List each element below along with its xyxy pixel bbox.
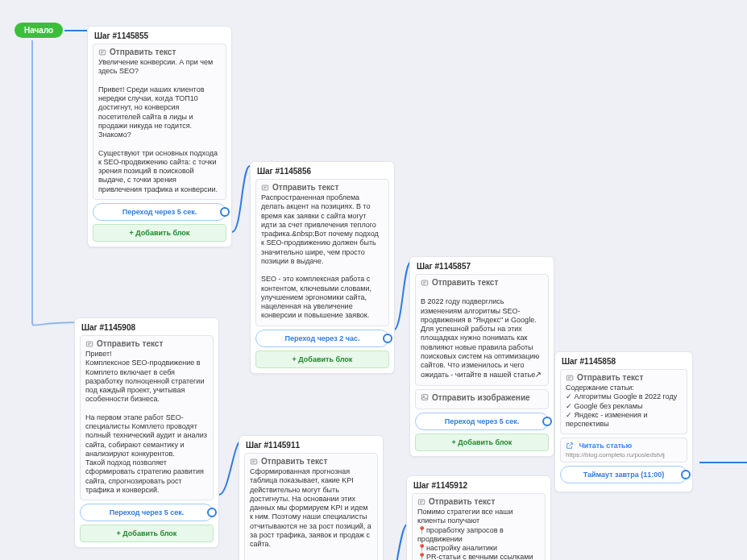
text-icon	[566, 374, 574, 382]
step-card-1145855[interactable]: Шаг #1145855 Отправить текст Увеличение …	[87, 26, 232, 247]
send-text-block[interactable]: Отправить текст Помимо стратегии все наш…	[412, 493, 546, 560]
block-label: Отправить текст	[429, 497, 495, 506]
link-url: https://blog.completo.ru/posledstvij	[566, 451, 682, 458]
step-card-1145908[interactable]: Шаг #1145908 Отправить текст Привет! Ком…	[74, 317, 219, 548]
cursor-icon	[535, 371, 542, 379]
block-header: Отправить текст	[421, 278, 543, 287]
block-header: Отправить текст	[250, 457, 372, 466]
svg-rect-9	[421, 395, 428, 400]
timeout-button[interactable]: Таймаут завтра (11:00)	[560, 466, 687, 483]
text-icon	[98, 48, 106, 56]
block-label: Отправить текст	[97, 339, 163, 348]
block-header: Отправить текст	[98, 48, 221, 56]
step-title: Шаг #1145856	[255, 167, 389, 179]
block-label: Отправить текст	[577, 373, 643, 382]
svg-rect-14	[86, 342, 93, 346]
svg-rect-3	[262, 185, 268, 190]
step-title: Шаг #1145908	[80, 323, 214, 335]
step-title: Шаг #1145911	[244, 441, 378, 453]
block-body: Увеличение конверсии. А при чем здесь SE…	[98, 58, 221, 194]
send-text-block[interactable]: Отправить текст Сформированная прогнозна…	[244, 453, 378, 560]
block-label: Отправить изображение	[432, 393, 530, 402]
start-label: Начало	[24, 26, 53, 35]
image-icon	[421, 393, 429, 401]
text-icon	[85, 340, 93, 348]
step-title: Шаг #1145912	[412, 481, 546, 493]
step-card-1145857[interactable]: Шаг #1145857 Отправить текст В 2022 году…	[409, 256, 554, 457]
svg-rect-11	[566, 375, 573, 380]
send-text-block[interactable]: Отправить текст Распространенная проблем…	[255, 179, 389, 326]
add-block-button[interactable]: + Добавить блок	[93, 224, 226, 242]
block-label: Отправить текст	[432, 278, 498, 287]
external-link-icon	[566, 442, 574, 451]
link-block[interactable]: Читать статью https://blog.completo.ru/p…	[560, 438, 687, 463]
transition-button[interactable]: Переход через 5 сек.	[80, 504, 214, 521]
transition-button[interactable]: Переход через 5 сек.	[93, 203, 226, 221]
block-body: Содержание статьи: ✓ Алгоритмы Google в …	[566, 384, 682, 429]
text-icon	[261, 184, 269, 192]
block-header: Отправить текст	[85, 339, 208, 348]
step-card-1145912[interactable]: Шаг #1145912 Отправить текст Помимо стра…	[406, 475, 551, 560]
svg-rect-6	[421, 280, 428, 285]
text-icon	[417, 498, 425, 506]
transition-button[interactable]: Переход через 5 сек.	[415, 413, 549, 430]
block-body: Привет! Комплексное SEO-продвижение в Ко…	[85, 350, 208, 495]
step-card-1145911[interactable]: Шаг #1145911 Отправить текст Сформирован…	[239, 435, 384, 560]
block-body: Распространенная проблема делать акцент …	[261, 193, 384, 321]
send-text-block[interactable]: Отправить текст В 2022 году подверглись …	[415, 274, 549, 386]
step-title: Шаг #1145855	[93, 31, 226, 44]
block-body: Помимо стратегии все наши клиенты получа…	[417, 508, 540, 560]
send-image-block[interactable]: Отправить изображение	[415, 389, 549, 409]
svg-rect-0	[99, 50, 106, 55]
step-title: Шаг #1145858	[560, 357, 687, 369]
block-header: Отправить текст	[417, 497, 540, 506]
block-label: Отправить текст	[261, 457, 327, 466]
text-icon	[250, 458, 258, 466]
block-body: Сформированная прогнозная таблица показы…	[250, 467, 372, 560]
add-block-button[interactable]: + Добавить блок	[255, 351, 389, 368]
block-label: Отправить текст	[272, 183, 338, 192]
step-title: Шаг #1145857	[415, 262, 549, 274]
add-block-button[interactable]: + Добавить блок	[80, 525, 214, 542]
send-text-block[interactable]: Отправить текст Содержание статьи: ✓ Алг…	[560, 369, 687, 434]
svg-rect-17	[251, 459, 257, 464]
block-header: Отправить изображение	[421, 393, 543, 402]
block-header: Отправить текст	[566, 373, 682, 382]
transition-button[interactable]: Переход через 2 час.	[255, 330, 389, 347]
add-block-button[interactable]: + Добавить блок	[415, 433, 549, 451]
svg-rect-20	[418, 500, 425, 504]
step-card-1145856[interactable]: Шаг #1145856 Отправить текст Распростран…	[250, 161, 395, 374]
send-text-block[interactable]: Отправить текст Привет! Комплексное SEO-…	[80, 335, 214, 500]
start-node[interactable]: Начало	[15, 23, 63, 38]
block-label: Отправить текст	[110, 48, 176, 56]
text-icon	[421, 279, 429, 287]
block-header: Отправить текст	[261, 183, 384, 192]
block-body: В 2022 году подверглись изменениям алгор…	[421, 288, 543, 380]
link-title: Читать статью	[579, 442, 633, 450]
send-text-block[interactable]: Отправить текст Увеличение конверсии. А …	[93, 44, 226, 200]
step-card-1145858[interactable]: Шаг #1145858 Отправить текст Содержание …	[554, 351, 693, 492]
